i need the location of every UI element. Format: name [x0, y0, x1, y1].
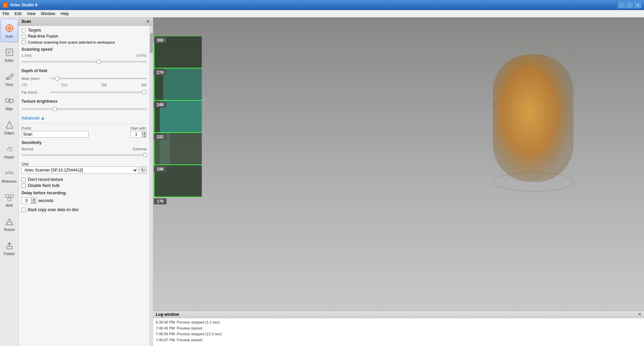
log-content: 6:36:00 PM: Process stopped (1.2 sec) 7:… — [153, 318, 644, 345]
svg-text:274: 274 — [157, 70, 164, 75]
log-title: Log window — [156, 312, 179, 317]
near-track — [50, 78, 147, 79]
svg-rect-27 — [163, 68, 202, 100]
disable-flash-checkbox[interactable] — [21, 184, 26, 188]
svg-rect-20 — [10, 195, 13, 197]
sidebar-item-measures[interactable]: mm Measures — [1, 164, 18, 187]
panel-scrollbar-thumb[interactable] — [150, 33, 153, 53]
near-slider[interactable] — [50, 75, 147, 82]
sensitivity-max-label: Extreme — [133, 147, 147, 151]
far-track — [50, 92, 147, 93]
minimize-button[interactable]: − — [618, 2, 625, 8]
dont-record-texture-checkbox[interactable] — [21, 178, 26, 182]
scan-icon — [4, 23, 15, 34]
back-copy-label: Back copy scan data on disc — [28, 207, 79, 212]
sidebar-item-repair[interactable]: Repair — [1, 140, 18, 163]
targets-radio[interactable] — [21, 28, 26, 33]
svg-rect-59 — [493, 54, 573, 182]
sensitivity-thumb[interactable] — [143, 153, 147, 157]
svg-point-81 — [523, 69, 524, 70]
viewport[interactable]: 300 274 248 222 196 170 — [153, 17, 644, 346]
multi-icon — [4, 192, 15, 203]
svg-point-78 — [536, 58, 537, 59]
svg-point-84 — [543, 69, 544, 70]
log-header: Log window ✕ — [153, 311, 644, 318]
advanced-section: Prefix: Start with: Scan 1 ▲ ▼ — [21, 123, 147, 212]
spin-down-button[interactable]: ▼ — [142, 134, 147, 138]
start-value-input[interactable]: 1 — [130, 131, 142, 138]
continue-scan-checkbox[interactable] — [21, 40, 26, 44]
sidebar-item-label-align: Align — [5, 107, 13, 111]
start-with-label: Start with: — [130, 126, 147, 130]
far-thumb[interactable] — [142, 90, 146, 94]
svg-point-63 — [495, 97, 496, 99]
sensitivity-slider[interactable] — [21, 152, 147, 158]
sidebar-item-scan[interactable]: Scan — [1, 19, 18, 42]
panel-scrollbar[interactable] — [149, 26, 153, 346]
realtime-fusion-checkbox[interactable] — [21, 34, 26, 39]
realtime-fusion-label: Real-time Fusion — [28, 34, 58, 39]
svg-point-69 — [571, 70, 572, 72]
sidebar-item-label-editor: Editor — [5, 59, 13, 62]
log-entry-2: 7:48:59 PM: Process stopped (13.3 sec) — [156, 331, 641, 337]
advanced-link[interactable]: Advanced ▲ — [21, 116, 147, 120]
scanner-select-row: Artec Scanner [SP.10.12544412] ↻ — [21, 166, 147, 174]
menu-help[interactable]: Help — [58, 11, 72, 17]
brightness-track — [21, 108, 147, 110]
close-button[interactable]: ✕ — [634, 2, 641, 8]
sidebar-item-label-texture: Texture — [4, 228, 15, 232]
svg-point-67 — [494, 151, 496, 152]
speed-slider[interactable] — [21, 58, 147, 65]
speed-labels-row: 1 FPS 8 FPS — [21, 54, 147, 58]
main-layout: Scan Editor Tools — [0, 17, 644, 346]
panel-header: Scan ✕ — [19, 17, 153, 26]
panel-close-button[interactable]: ✕ — [146, 19, 150, 24]
sidebar-item-edges[interactable]: Edges — [1, 115, 18, 139]
sidebar-item-label-edges: Edges — [4, 131, 14, 135]
prefix-input[interactable]: Scan — [21, 131, 89, 138]
sidebar-item-editor[interactable]: Editor — [1, 43, 18, 66]
back-copy-checkbox[interactable] — [21, 208, 26, 212]
delay-spin-buttons: ▲ ▼ — [32, 197, 36, 204]
brightness-slider[interactable] — [21, 106, 147, 112]
scanning-speed-label: Scanning speed — [21, 47, 147, 52]
far-slider[interactable] — [50, 89, 147, 96]
app-title: Artec Studio 9 — [10, 3, 37, 7]
scanner-select[interactable]: Artec Scanner [SP.10.12544412] — [21, 166, 138, 174]
sensitivity-label: Sensitivity — [21, 140, 147, 145]
log-close-button[interactable]: ✕ — [638, 312, 641, 317]
delay-spin-up[interactable]: ▲ — [32, 197, 36, 201]
sidebar-item-label-measures: Measures — [2, 180, 17, 183]
svg-marker-24 — [7, 242, 11, 244]
refresh-button[interactable]: ↻ — [139, 166, 147, 174]
svg-point-82 — [530, 68, 531, 69]
sidebar-item-texture[interactable]: Texture — [1, 212, 18, 236]
sidebar-item-tools[interactable]: Tools — [1, 67, 18, 91]
speed-thumb[interactable] — [97, 60, 101, 64]
sidebar-item-multi[interactable]: Multi — [1, 188, 18, 211]
sidebar-item-align[interactable]: Align — [1, 91, 18, 115]
brightness-thumb[interactable] — [53, 107, 57, 111]
svg-rect-21 — [8, 198, 11, 201]
sensitivity-min-label: Normal — [21, 147, 33, 151]
maximize-button[interactable]: □ — [626, 2, 633, 8]
use-label: Use — [21, 162, 29, 166]
sensitivity-track — [21, 154, 147, 156]
delay-spin-down[interactable]: ▼ — [32, 201, 36, 204]
svg-point-73 — [572, 124, 574, 126]
svg-point-83 — [536, 67, 537, 68]
near-thumb[interactable] — [55, 77, 59, 81]
menu-file[interactable]: File — [0, 11, 12, 17]
dont-record-texture-label: Don't record texture — [28, 177, 63, 182]
menu-edit[interactable]: Edit — [12, 11, 24, 17]
spin-up-button[interactable]: ▲ — [142, 131, 147, 134]
menu-view[interactable]: View — [24, 11, 38, 17]
sidebar-item-label-scan: Scan — [5, 35, 13, 38]
menu-window[interactable]: Window — [38, 11, 58, 17]
svg-text:300: 300 — [157, 38, 164, 43]
advanced-label: Advanced — [21, 116, 39, 120]
title-bar-controls[interactable]: − □ ✕ — [618, 2, 641, 8]
sidebar-item-publish[interactable]: Publish — [1, 236, 18, 260]
svg-marker-57 — [202, 130, 205, 134]
delay-value-input[interactable]: 0 — [21, 197, 32, 204]
